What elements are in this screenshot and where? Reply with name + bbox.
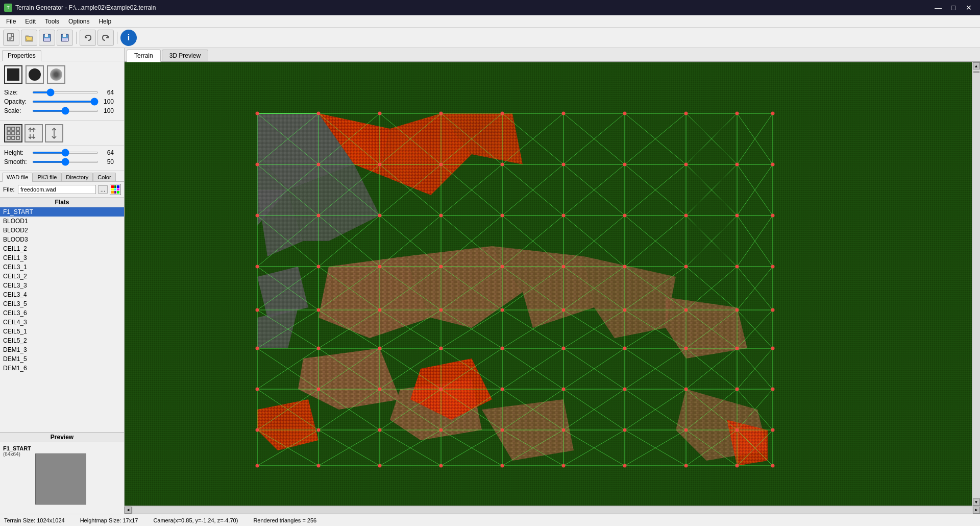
vertical-scrollbar[interactable]: ▲ ▼	[972, 62, 980, 506]
svg-point-251	[562, 214, 566, 218]
svg-point-258	[378, 265, 382, 269]
flat-item[interactable]: CEIL3_2	[0, 272, 124, 281]
flat-item[interactable]: CEIL5_1	[0, 327, 124, 336]
wad-file-tab[interactable]: WAD file	[2, 173, 33, 182]
svg-rect-16	[16, 132, 19, 135]
svg-point-313	[684, 464, 688, 468]
menu-help[interactable]: Help	[94, 17, 115, 26]
close-button[interactable]: ✕	[962, 3, 976, 13]
scroll-track	[972, 69, 980, 498]
redo-button[interactable]	[97, 30, 114, 46]
scroll-right-button[interactable]: ►	[973, 507, 980, 514]
svg-point-230	[501, 112, 504, 115]
svg-point-235	[771, 112, 775, 115]
svg-point-259	[439, 265, 443, 269]
scroll-down-button[interactable]: ▼	[973, 498, 980, 506]
svg-point-257	[317, 265, 321, 269]
cg-cell-7	[111, 191, 114, 194]
svg-point-311	[562, 464, 566, 468]
flat-item[interactable]: CEIL5_2	[0, 336, 124, 345]
svg-point-267	[317, 308, 321, 312]
terrain-tab[interactable]: Terrain	[127, 50, 161, 62]
square-brush-button[interactable]	[4, 65, 22, 84]
svg-point-242	[623, 163, 627, 166]
open-button[interactable]	[21, 30, 37, 46]
flat-item[interactable]: F1_START	[0, 207, 124, 217]
opacity-slider[interactable]	[32, 101, 99, 103]
svg-point-312	[623, 464, 627, 468]
directory-tab[interactable]: Directory	[61, 173, 93, 181]
cg-cell-9	[117, 191, 119, 194]
svg-point-274	[736, 308, 739, 312]
preview-header: Preview	[0, 433, 124, 442]
menu-options[interactable]: Options	[64, 17, 93, 26]
flat-item[interactable]: BLOOD3	[0, 235, 124, 244]
flat-item[interactable]: CEIL1_2	[0, 244, 124, 253]
svg-point-237	[317, 163, 321, 166]
flat-list[interactable]: F1_STARTBLOOD1BLOOD2BLOOD3CEIL1_2CEIL1_3…	[0, 207, 124, 432]
flat-item[interactable]: CEIL4_3	[0, 318, 124, 327]
flat-item[interactable]: CEIL3_1	[0, 262, 124, 272]
flat-item[interactable]: CEIL3_6	[0, 308, 124, 318]
svg-point-246	[256, 214, 259, 218]
updown-mode-button[interactable]	[24, 124, 43, 142]
menu-tools[interactable]: Tools	[41, 17, 63, 26]
pattern-mode-button[interactable]	[4, 124, 22, 142]
svg-point-227	[317, 112, 321, 115]
menu-file[interactable]: File	[2, 17, 20, 26]
flat-item[interactable]: CEIL1_3	[0, 253, 124, 262]
titlebar: T Terrain Generator - F:\...ample02\Exam…	[0, 0, 980, 15]
color-picker-button[interactable]	[110, 184, 121, 195]
svg-point-261	[562, 265, 566, 269]
smooth-slider[interactable]	[32, 161, 99, 163]
flat-item[interactable]: DEM1_5	[0, 354, 124, 364]
properties-tab[interactable]: Properties	[2, 50, 41, 61]
circle-brush-button[interactable]	[26, 65, 44, 84]
window-title: Terrain Generator - F:\...ample02\Exampl…	[15, 4, 156, 11]
soft-brush-button[interactable]	[47, 65, 65, 84]
browse-button[interactable]: ...	[98, 185, 108, 194]
svg-rect-14	[7, 132, 10, 135]
svg-point-315	[771, 464, 775, 468]
scale-value: 100	[99, 107, 114, 114]
flat-item[interactable]: CEIL3_5	[0, 299, 124, 308]
save-button[interactable]	[39, 30, 55, 46]
svg-point-305	[771, 428, 775, 432]
3d-preview-tab[interactable]: 3D Preview	[162, 50, 208, 61]
scroll-left-button[interactable]: ◄	[125, 507, 132, 514]
h-scroll-track	[133, 507, 972, 513]
info-button[interactable]: i	[120, 30, 137, 46]
scroll-thumb[interactable]	[973, 71, 979, 73]
maximize-button[interactable]: □	[946, 3, 961, 13]
undo-button[interactable]	[80, 30, 96, 46]
horizontal-scrollbar[interactable]: ◄ ►	[125, 506, 980, 514]
svg-point-248	[378, 214, 382, 218]
color-tab[interactable]: Color	[93, 173, 115, 181]
scale-slider[interactable]	[32, 110, 99, 112]
smooth-mode-button[interactable]	[45, 124, 63, 142]
flat-item[interactable]: CEIL3_4	[0, 290, 124, 299]
svg-point-308	[378, 464, 382, 468]
flat-item[interactable]: DEM1_6	[0, 364, 124, 373]
svg-point-295	[771, 388, 775, 391]
svg-point-281	[562, 347, 566, 350]
svg-point-244	[736, 163, 739, 166]
menu-edit[interactable]: Edit	[21, 17, 40, 26]
new-button[interactable]	[3, 30, 19, 46]
height-slider[interactable]	[32, 152, 99, 154]
saveas-button[interactable]: +	[57, 30, 73, 46]
pk3-file-tab[interactable]: PK3 file	[33, 173, 61, 181]
flat-item[interactable]: BLOOD2	[0, 226, 124, 235]
terrain-canvas[interactable]	[125, 62, 972, 506]
flat-item[interactable]: BLOOD1	[0, 217, 124, 226]
file-input[interactable]	[18, 185, 96, 194]
flat-item[interactable]: DEM1_3	[0, 345, 124, 354]
camera-status: Camera(x=0.85, y=-1.24, z=-4.70)	[153, 517, 238, 523]
svg-point-277	[317, 347, 321, 350]
minimize-button[interactable]: —	[931, 3, 945, 13]
flat-item[interactable]: CEIL3_3	[0, 281, 124, 290]
svg-point-226	[256, 112, 259, 115]
size-slider[interactable]	[32, 91, 99, 93]
scale-label: Scale:	[4, 107, 32, 114]
scroll-up-button[interactable]: ▲	[973, 62, 980, 69]
